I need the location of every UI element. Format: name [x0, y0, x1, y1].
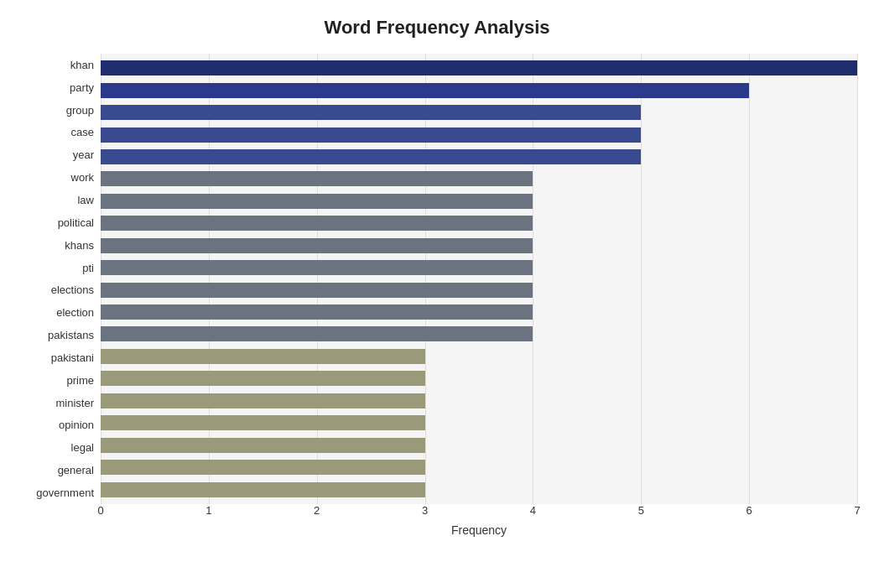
y-label-prime: prime: [66, 375, 94, 386]
bar-row-minister: [101, 392, 857, 410]
bar-election: [101, 304, 533, 320]
bar-pakistans: [101, 326, 533, 341]
x-tick-label-5: 5: [638, 504, 644, 517]
y-label-minister: minister: [55, 398, 94, 408]
bar-row-election: [101, 303, 857, 321]
bars-container: [101, 54, 857, 504]
bar-case: [101, 127, 641, 143]
x-tick-label-2: 2: [314, 504, 320, 517]
bar-row-general: [101, 458, 857, 476]
bar-general: [101, 460, 425, 475]
bar-pti: [101, 260, 533, 275]
grid-line-7: [857, 54, 858, 504]
bar-year: [101, 149, 641, 164]
x-tick-label-3: 3: [422, 504, 428, 517]
y-label-law: law: [77, 195, 94, 206]
x-tick-label-0: 0: [97, 504, 103, 517]
bar-party: [101, 83, 749, 98]
bar-minister: [101, 393, 425, 408]
y-label-pakistani: pakistani: [51, 352, 94, 363]
bar-khans: [101, 238, 533, 253]
y-label-pakistans: pakistans: [48, 330, 94, 341]
y-label-general: general: [58, 465, 94, 476]
x-tick-label-6: 6: [747, 504, 752, 517]
y-label-political: political: [58, 217, 94, 228]
y-label-election: election: [56, 307, 94, 318]
bar-row-pakistani: [101, 347, 857, 366]
x-axis-section: 01234567 Frequency: [17, 504, 857, 538]
y-label-party: party: [70, 82, 94, 93]
bar-row-pti: [101, 258, 857, 277]
bar-opinion: [101, 415, 425, 430]
bar-law: [101, 194, 533, 209]
bar-row-work: [101, 169, 857, 188]
bar-row-legal: [101, 436, 857, 455]
bar-row-khans: [101, 237, 857, 255]
bar-government: [101, 482, 425, 497]
bar-row-group: [101, 103, 857, 122]
y-label-elections: elections: [51, 284, 94, 295]
bar-work: [101, 171, 533, 186]
bar-group: [101, 105, 641, 120]
bar-row-pakistans: [101, 325, 857, 343]
x-tick-label-7: 7: [854, 504, 860, 517]
y-label-year: year: [73, 149, 94, 160]
bar-row-law: [101, 192, 857, 211]
bar-prime: [101, 371, 425, 386]
bar-row-prime: [101, 369, 857, 388]
x-ticks: 01234567: [101, 504, 857, 523]
y-label-legal: legal: [71, 442, 94, 453]
y-axis-labels: khanpartygroupcaseyearworklawpoliticalkh…: [17, 54, 101, 504]
y-label-group: group: [66, 105, 94, 116]
y-label-khans: khans: [65, 240, 94, 251]
y-label-pti: pti: [82, 263, 94, 273]
plot-area: [101, 54, 857, 504]
chart-area: khanpartygroupcaseyearworklawpoliticalkh…: [17, 54, 857, 504]
chart-title: Word Frequency Analysis: [325, 17, 550, 39]
chart-container: Word Frequency Analysis khanpartygroupca…: [0, 0, 874, 588]
bar-row-government: [101, 481, 857, 499]
bar-pakistani: [101, 349, 425, 364]
y-label-khan: khan: [70, 60, 94, 70]
y-label-opinion: opinion: [59, 419, 94, 430]
bar-row-political: [101, 214, 857, 232]
bar-political: [101, 216, 533, 231]
bar-khan: [101, 60, 857, 75]
y-label-work: work: [71, 172, 94, 183]
bar-legal: [101, 438, 425, 453]
x-axis-label: Frequency: [451, 523, 507, 537]
bar-row-year: [101, 148, 857, 166]
bar-row-case: [101, 126, 857, 144]
x-tick-label-4: 4: [530, 504, 536, 517]
x-tick-label-1: 1: [205, 504, 211, 517]
bar-elections: [101, 283, 533, 298]
bar-row-khan: [101, 59, 857, 77]
y-label-government: government: [36, 487, 94, 498]
bar-row-party: [101, 81, 857, 100]
bar-row-opinion: [101, 414, 857, 432]
bar-row-elections: [101, 281, 857, 299]
y-label-case: case: [71, 127, 94, 138]
